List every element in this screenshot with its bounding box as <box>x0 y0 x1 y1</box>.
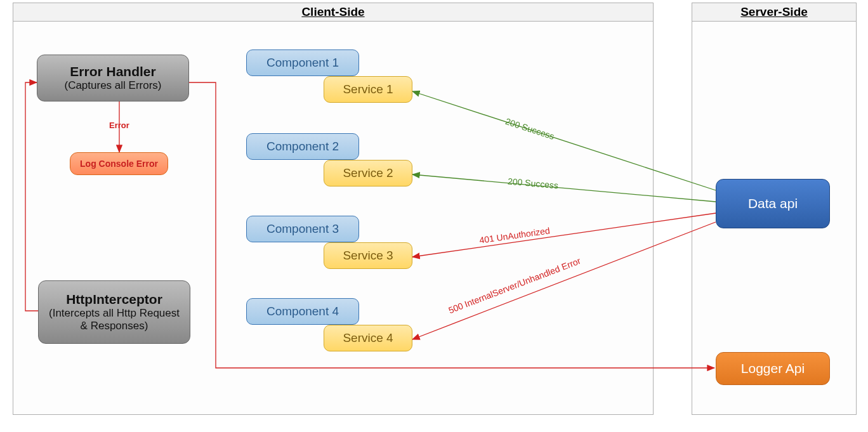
client-side-title: Client-Side <box>13 3 654 22</box>
log-console-error-box: Log Console Error <box>70 152 168 175</box>
http-interceptor-box: HttpInterceptor (Intercepts all Http Req… <box>38 280 190 344</box>
service-4-box: Service 4 <box>324 325 412 351</box>
server-side-title: Server-Side <box>692 3 857 22</box>
error-handler-subtitle: (Captures all Errors) <box>64 79 161 92</box>
error-handler-box: Error Handler (Captures all Errors) <box>37 55 189 101</box>
component-2-box: Component 2 <box>246 133 359 160</box>
component-4-box: Component 4 <box>246 298 359 325</box>
component-1-box: Component 1 <box>246 49 359 76</box>
service-1-box: Service 1 <box>324 76 412 103</box>
http-interceptor-title: HttpInterceptor <box>66 292 162 307</box>
component-3-box: Component 3 <box>246 216 359 242</box>
data-api-box: Data api <box>716 179 830 228</box>
service-2-box: Service 2 <box>324 160 412 187</box>
http-interceptor-subtitle: (Intercepts all Http Request & Responses… <box>45 307 183 332</box>
error-handler-title: Error Handler <box>70 64 155 79</box>
service-3-box: Service 3 <box>324 242 412 269</box>
logger-api-box: Logger Api <box>716 352 830 385</box>
